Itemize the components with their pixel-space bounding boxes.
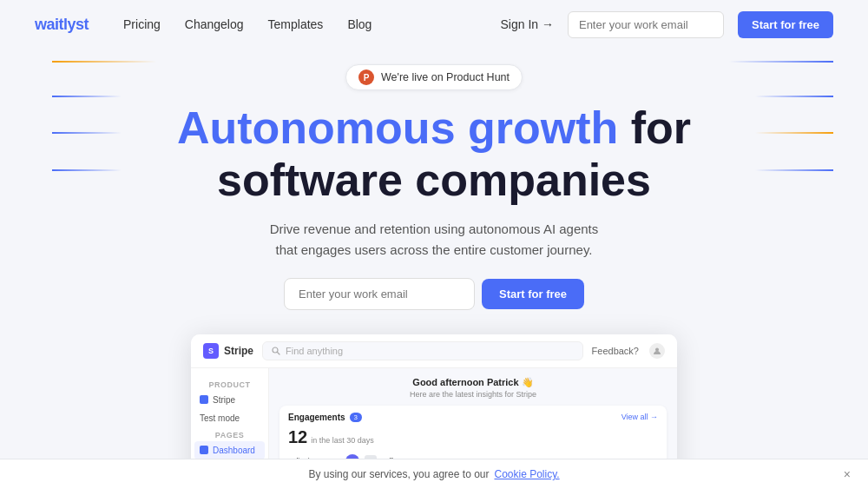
hero-heading-highlight: Autonomous growth (177, 102, 618, 153)
nav-right: Sign In → Start for free (500, 11, 833, 38)
engagements-title: Engagements (288, 413, 345, 422)
hero-subtext: Drive revenue and retention using autono… (17, 219, 851, 261)
db-sidebar-dashboard[interactable]: Dashboard (194, 441, 265, 459)
nav-link-templates[interactable]: Templates (268, 17, 324, 31)
db-product-logo: S Stripe (203, 343, 253, 359)
engagements-card-header: Engagements 3 View all → (288, 413, 658, 422)
search-icon (272, 347, 280, 355)
nav-link-pricing[interactable]: Pricing (123, 17, 161, 31)
badge-text: We're live on Product Hunt (381, 71, 510, 83)
nav-signin[interactable]: Sign In → (500, 17, 553, 31)
hero-cta-area: Start for free (17, 278, 851, 310)
hero-heading: Autonomous growth forsoftware companies (17, 102, 851, 207)
hero-section: P We're live on Product Hunt Autonomous … (0, 49, 868, 489)
db-section-product: PRODUCT (191, 377, 268, 391)
view-all-link[interactable]: View all → (621, 413, 658, 421)
cookie-close-button[interactable]: × (844, 467, 851, 481)
nav-links: Pricing Changelog Templates Blog (123, 17, 500, 31)
dashboard-sidebar-icon (200, 446, 208, 454)
db-greeting: Good afternoon Patrick 👋 (279, 377, 667, 388)
nav-link-blog[interactable]: Blog (347, 17, 372, 31)
stripe-sidebar-icon (200, 395, 208, 404)
db-right-icons: Feedback? (592, 343, 665, 359)
engagements-count-row: 12 in the last 30 days (288, 427, 658, 447)
engagements-count: 12 (288, 427, 307, 447)
product-hunt-icon: P (358, 69, 374, 85)
db-sidebar-stripe[interactable]: Stripe (191, 391, 268, 409)
nav-cta-button[interactable]: Start for free (738, 11, 833, 38)
svg-point-2 (655, 347, 659, 351)
db-search-bar[interactable]: Find anything (262, 341, 583, 360)
engagements-badge: 3 (350, 413, 362, 422)
db-sidebar-testmode[interactable]: Test mode (191, 409, 268, 427)
hero-email-input[interactable] (284, 278, 475, 310)
db-topbar: S Stripe Find anything Feedback? (191, 334, 677, 368)
user-avatar-icon (649, 343, 665, 359)
db-section-pages: PAGES (191, 427, 268, 441)
navbar: waitlyst Pricing Changelog Templates Blo… (0, 0, 868, 49)
nav-email-input[interactable] (568, 11, 724, 38)
cookie-text: By using our services, you agree to our (308, 468, 489, 480)
stripe-icon: S (203, 343, 219, 359)
engagements-count-label: in the last 30 days (311, 436, 374, 445)
product-hunt-badge[interactable]: P We're live on Product Hunt (345, 64, 523, 90)
cookie-policy-link[interactable]: Cookie Policy. (494, 468, 559, 480)
svg-line-1 (278, 352, 280, 354)
hero-cta-button[interactable]: Start for free (482, 279, 584, 309)
cookie-banner: By using our services, you agree to our … (0, 459, 868, 489)
nav-logo[interactable]: waitlyst (35, 16, 89, 34)
nav-link-changelog[interactable]: Changelog (185, 17, 244, 31)
db-subgreeting: Here are the latest insights for Stripe (279, 390, 667, 399)
